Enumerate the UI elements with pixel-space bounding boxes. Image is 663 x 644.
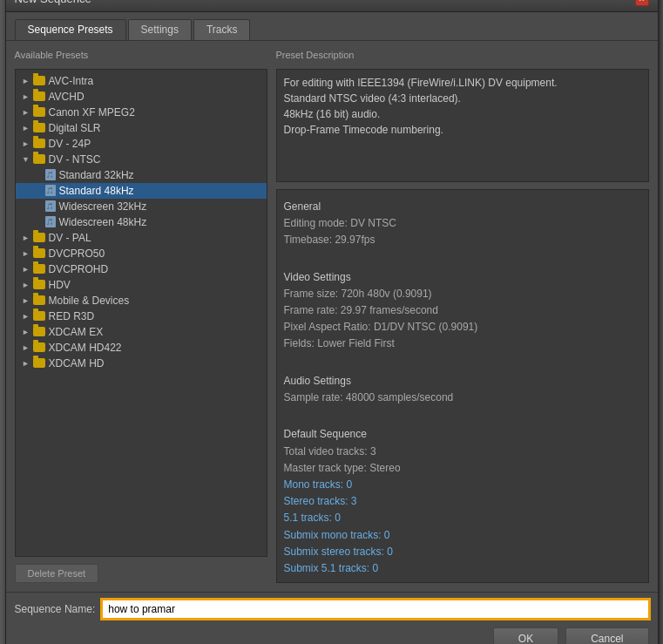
tree-item-mobile-devices[interactable]: ► Mobile & Devices — [16, 293, 267, 308]
right-panel: Preset Description For editing with IEEE… — [276, 50, 649, 583]
arrow-avchd: ► — [21, 92, 31, 102]
label-red-r3d: RED R3D — [49, 310, 95, 322]
total-video-tracks: Total video tracks: 3 — [284, 444, 641, 460]
stereo-tracks: Stereo tracks: 3 — [284, 493, 641, 510]
mono-tracks: Mono tracks: 0 — [284, 477, 641, 493]
label-hdv: HDV — [49, 279, 71, 291]
tree-item-avchd[interactable]: ► AVCHD — [16, 89, 267, 105]
tab-settings[interactable]: Settings — [128, 19, 192, 40]
close-button[interactable]: × — [635, 0, 649, 6]
arrow-avc-intra: ► — [21, 76, 31, 86]
label-dvcprohd: DVCPROHD — [49, 263, 109, 275]
description-text: For editing with IEEE1394 (FireWire/i.LI… — [284, 77, 558, 136]
arrow-standard-32khz — [33, 170, 44, 180]
label-dvcpro50: DVCPRO50 — [49, 247, 105, 260]
left-panel: Available Presets ► AVC-Intra ► AVCHD ► — [15, 50, 267, 583]
tree-item-xdcam-hd422[interactable]: ► XDCAM HD422 — [16, 340, 267, 356]
cancel-button[interactable]: Cancel — [565, 627, 648, 644]
description-box: For editing with IEEE1394 (FireWire/i.LI… — [276, 69, 649, 182]
label-widescreen-48khz: Widescreen 48kHz — [59, 216, 147, 228]
tree-item-dvcpro50[interactable]: ► DVCPRO50 — [16, 246, 267, 261]
file-icon-standard-48khz: 🎵 — [45, 185, 56, 196]
label-xdcam-ex: XDCAM EX — [49, 326, 104, 338]
folder-icon-dv-ntsc — [33, 154, 45, 164]
tree-item-widescreen-32khz[interactable]: 🎵 Widescreen 32kHz — [16, 199, 267, 214]
general-title: General — [284, 199, 641, 215]
five1-tracks: 5.1 tracks: 0 — [284, 510, 641, 526]
label-avchd: AVCHD — [49, 91, 85, 103]
arrow-xdcam-hd: ► — [21, 358, 31, 369]
label-dv-24p: DV - 24P — [49, 138, 91, 150]
tab-sequence-presets[interactable]: Sequence Presets — [15, 19, 126, 40]
arrow-red-r3d: ► — [21, 311, 31, 322]
submix-mono: Submix mono tracks: 0 — [284, 527, 641, 544]
arrow-mobile-devices: ► — [21, 295, 31, 306]
fields: Fields: Lower Field First — [284, 336, 641, 352]
tree-item-dv-24p[interactable]: ► DV - 24P — [16, 136, 267, 152]
file-icon-widescreen-32khz: 🎵 — [45, 200, 56, 212]
sequence-name-label: Sequence Name: — [15, 603, 96, 615]
folder-icon-xdcam-ex — [33, 327, 45, 336]
editing-mode: Editing mode: DV NTSC — [284, 215, 641, 232]
tree-item-hdv[interactable]: ► HDV — [16, 277, 267, 293]
folder-icon-xdcam-hd422 — [33, 342, 45, 352]
folder-icon-dvcpro50 — [33, 248, 45, 258]
new-sequence-dialog: New Sequence × Sequence Presets Settings… — [5, 0, 659, 644]
main-content: Available Presets ► AVC-Intra ► AVCHD ► — [6, 41, 658, 592]
tree-item-standard-48khz[interactable]: 🎵 Standard 48kHz — [16, 183, 267, 199]
folder-icon-dv-pal — [33, 233, 45, 242]
arrow-dv-24p: ► — [21, 139, 31, 149]
arrow-hdv: ► — [21, 280, 31, 290]
label-xdcam-hd422: XDCAM HD422 — [49, 342, 122, 354]
label-widescreen-32khz: Widescreen 32kHz — [59, 200, 147, 213]
tree-item-avc-intra[interactable]: ► AVC-Intra — [16, 73, 267, 89]
tree-item-canon-xf[interactable]: ► Canon XF MPEG2 — [16, 105, 267, 120]
folder-icon-dv-24p — [33, 139, 45, 148]
tree-item-widescreen-48khz[interactable]: 🎵 Widescreen 48kHz — [16, 214, 267, 230]
folder-icon-xdcam-hd — [33, 358, 45, 368]
sequence-name-input[interactable] — [102, 600, 648, 619]
tree-item-xdcam-hd[interactable]: ► XDCAM HD — [16, 356, 267, 371]
folder-icon-red-r3d — [33, 311, 45, 321]
video-settings-title: Video Settings — [284, 269, 641, 286]
label-standard-32khz: Standard 32kHz — [59, 169, 134, 181]
arrow-digital-slr: ► — [21, 123, 31, 133]
tree-item-red-r3d[interactable]: ► RED R3D — [16, 308, 267, 324]
frame-size: Frame size: 720h 480v (0.9091) — [284, 286, 641, 302]
folder-icon-hdv — [33, 280, 45, 289]
button-row: OK Cancel — [15, 627, 649, 644]
dialog-title: New Sequence — [15, 0, 91, 5]
delete-preset-button[interactable]: Delete Preset — [15, 564, 99, 583]
label-standard-48khz: Standard 48kHz — [59, 185, 134, 197]
tree-item-dvcprohd[interactable]: ► DVCPROHD — [16, 261, 267, 277]
submix-stereo: Submix stereo tracks: 0 — [284, 544, 641, 560]
arrow-standard-48khz — [33, 186, 44, 196]
ok-button[interactable]: OK — [493, 627, 558, 644]
available-presets-label: Available Presets — [15, 50, 267, 60]
preset-description-label: Preset Description — [276, 50, 649, 60]
frame-rate: Frame rate: 29.97 frames/second — [284, 302, 641, 319]
arrow-widescreen-32khz — [33, 201, 44, 212]
label-dv-ntsc: DV - NTSC — [49, 153, 101, 166]
tab-tracks[interactable]: Tracks — [193, 19, 251, 40]
folder-icon-avchd — [33, 92, 45, 101]
bottom-area: Sequence Name: OK Cancel — [6, 592, 658, 644]
label-xdcam-hd: XDCAM HD — [49, 357, 105, 369]
sample-rate: Sample rate: 48000 samples/second — [284, 390, 641, 406]
audio-settings-title: Audio Settings — [284, 373, 641, 390]
folder-icon-digital-slr — [33, 123, 45, 132]
folder-icon-canon-xf — [33, 107, 45, 117]
tree-item-dv-ntsc[interactable]: ▼ DV - NTSC — [16, 152, 267, 167]
tree-item-standard-32khz[interactable]: 🎵 Standard 32kHz — [16, 167, 267, 183]
arrow-dvcprohd: ► — [21, 264, 31, 275]
arrow-dv-ntsc: ▼ — [21, 154, 31, 165]
arrow-xdcam-hd422: ► — [21, 342, 31, 353]
label-dv-pal: DV - PAL — [49, 232, 91, 244]
pixel-aspect: Pixel Aspect Ratio: D1/DV NTSC (0.9091) — [284, 319, 641, 336]
presets-tree[interactable]: ► AVC-Intra ► AVCHD ► Canon XF MPEG2 — [15, 69, 267, 557]
tree-item-digital-slr[interactable]: ► Digital SLR — [16, 120, 267, 136]
default-sequence-title: Default Sequence — [284, 426, 641, 443]
arrow-canon-xf: ► — [21, 107, 31, 118]
tree-item-dv-pal[interactable]: ► DV - PAL — [16, 230, 267, 246]
tree-item-xdcam-ex[interactable]: ► XDCAM EX — [16, 324, 267, 340]
